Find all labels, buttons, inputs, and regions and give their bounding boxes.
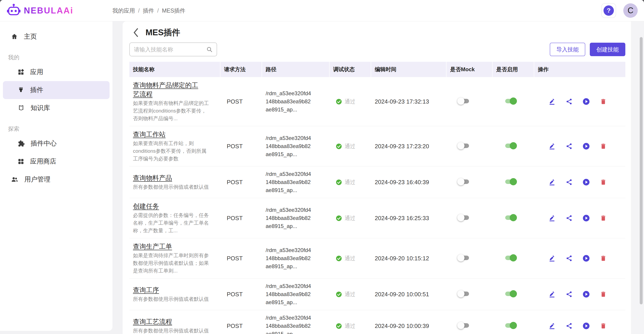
col-edit-time: 编辑时间 bbox=[371, 62, 446, 77]
table-row: 查询物料产品绑定的工艺流程 如果要查询所有物料产品绑定的工艺流程则conditi… bbox=[129, 77, 625, 126]
method-cell: POST bbox=[220, 143, 262, 150]
sidebar-item-plugin-center[interactable]: 插件中心 bbox=[0, 135, 112, 153]
delete-button[interactable] bbox=[600, 214, 607, 222]
sidebar-item-knowledge[interactable]: 知识库 bbox=[0, 99, 112, 117]
edit-button[interactable] bbox=[548, 98, 556, 105]
status-label: 通过 bbox=[344, 178, 356, 186]
table-header: 技能名称 请求方法 路径 调试状态 编辑时间 是否Mock 是否启用 操作 bbox=[129, 62, 625, 77]
delete-button[interactable] bbox=[600, 290, 607, 298]
scrollbar-track bbox=[631, 21, 644, 334]
puzzle-icon bbox=[18, 140, 25, 147]
debug-status-cell: 通过 bbox=[330, 255, 371, 262]
breadcrumb-current: MES插件 bbox=[162, 7, 185, 14]
skill-name-link[interactable]: 创建任务 bbox=[133, 202, 204, 211]
sidebar-item-plugins[interactable]: 插件 bbox=[3, 81, 110, 99]
mock-cell bbox=[446, 254, 492, 263]
user-avatar[interactable]: C bbox=[623, 3, 638, 18]
path-cell: /rdm_a53ee320fd4148bbaa83ea9b82ae8915_ap… bbox=[262, 170, 330, 194]
search-input[interactable] bbox=[134, 46, 206, 53]
skill-name-link[interactable]: 查询物料产品 bbox=[133, 173, 204, 182]
debug-status-cell: 通过 bbox=[330, 98, 371, 105]
share-button[interactable] bbox=[565, 290, 573, 298]
share-button[interactable] bbox=[565, 178, 573, 186]
check-circle-icon bbox=[336, 255, 342, 261]
skill-name-link[interactable]: 查询生产工单 bbox=[133, 242, 204, 251]
skill-name-link[interactable]: 查询工序 bbox=[133, 286, 204, 295]
edit-button[interactable] bbox=[548, 290, 556, 298]
col-debug-status: 调试状态 bbox=[330, 62, 371, 77]
edit-button[interactable] bbox=[548, 178, 556, 186]
trash-icon bbox=[600, 143, 607, 150]
enabled-toggle[interactable] bbox=[504, 322, 517, 330]
skill-name-link[interactable]: 查询工艺流程 bbox=[133, 317, 204, 326]
status-label: 通过 bbox=[344, 143, 356, 150]
search-icon[interactable] bbox=[206, 46, 212, 53]
scrollbar-thumb[interactable] bbox=[640, 37, 643, 304]
breadcrumb-separator: / bbox=[138, 7, 140, 14]
enabled-cell bbox=[492, 142, 534, 151]
mock-toggle[interactable] bbox=[457, 97, 470, 105]
enabled-toggle[interactable] bbox=[504, 97, 517, 105]
mock-toggle[interactable] bbox=[457, 142, 470, 150]
run-button[interactable] bbox=[582, 214, 590, 222]
enabled-toggle[interactable] bbox=[504, 142, 517, 150]
enabled-toggle[interactable] bbox=[504, 214, 517, 222]
method-cell: POST bbox=[220, 291, 262, 298]
breadcrumb-my-apps[interactable]: 我的应用 bbox=[112, 7, 135, 14]
play-circle-icon bbox=[582, 98, 590, 105]
sidebar-item-app-store[interactable]: 应用商店 bbox=[0, 153, 112, 170]
delete-button[interactable] bbox=[600, 254, 607, 262]
share-button[interactable] bbox=[565, 214, 573, 222]
table-row: 查询生产工单 如果是查询待排产工单时则所有参数都使用示例值或者默认值；如果是查询… bbox=[129, 238, 625, 279]
sidebar: 主页 我的 应用 插件 知识库 探索 插件中心 应用商店 用户管理 bbox=[0, 21, 112, 331]
table-body: 查询物料产品绑定的工艺流程 如果要查询所有物料产品绑定的工艺流程则conditi… bbox=[129, 77, 625, 334]
sidebar-item-label: 用户管理 bbox=[24, 175, 50, 184]
skill-description: 所有参数都使用示例值或者默认值 bbox=[133, 327, 211, 334]
chevron-left-icon bbox=[133, 28, 139, 37]
share-button[interactable] bbox=[565, 98, 573, 105]
sidebar-item-home[interactable]: 主页 bbox=[0, 28, 112, 46]
edit-button[interactable] bbox=[548, 254, 556, 262]
run-button[interactable] bbox=[582, 322, 590, 330]
run-button[interactable] bbox=[582, 254, 590, 262]
skill-name-link[interactable]: 查询工作站 bbox=[133, 130, 204, 139]
edit-button[interactable] bbox=[548, 142, 556, 150]
sidebar-item-user-management[interactable]: 用户管理 bbox=[0, 170, 112, 188]
share-button[interactable] bbox=[565, 142, 573, 150]
enabled-toggle[interactable] bbox=[504, 254, 517, 262]
mock-toggle[interactable] bbox=[457, 290, 470, 298]
brand-logo[interactable]: NEBULAAi bbox=[0, 3, 73, 18]
method-cell: POST bbox=[220, 98, 262, 105]
mock-toggle[interactable] bbox=[457, 214, 470, 222]
trash-icon bbox=[600, 215, 607, 221]
edit-button[interactable] bbox=[548, 214, 556, 222]
back-button[interactable] bbox=[132, 28, 140, 37]
delete-button[interactable] bbox=[600, 322, 607, 330]
mock-toggle[interactable] bbox=[457, 322, 470, 330]
enabled-toggle[interactable] bbox=[504, 178, 517, 186]
skill-name-link[interactable]: 查询物料产品绑定的工艺流程 bbox=[133, 81, 204, 99]
run-button[interactable] bbox=[582, 290, 590, 298]
method-cell: POST bbox=[220, 179, 262, 186]
share-button[interactable] bbox=[565, 254, 573, 262]
delete-button[interactable] bbox=[600, 98, 607, 105]
delete-button[interactable] bbox=[600, 142, 607, 150]
help-button[interactable]: ? bbox=[601, 3, 616, 18]
create-skill-button[interactable]: 创建技能 bbox=[590, 43, 625, 56]
edit-button[interactable] bbox=[548, 322, 556, 330]
run-button[interactable] bbox=[582, 142, 590, 150]
import-skill-button[interactable]: 导入技能 bbox=[550, 43, 585, 56]
enabled-toggle[interactable] bbox=[504, 290, 517, 298]
delete-button[interactable] bbox=[600, 178, 607, 186]
share-icon bbox=[566, 179, 572, 185]
breadcrumb-plugins[interactable]: 插件 bbox=[143, 7, 154, 14]
sidebar-item-apps[interactable]: 应用 bbox=[0, 63, 112, 81]
mock-toggle[interactable] bbox=[457, 254, 470, 262]
run-button[interactable] bbox=[582, 98, 590, 105]
share-button[interactable] bbox=[565, 322, 573, 330]
edit-time-cell: 2024-09-23 17:23:20 bbox=[371, 143, 446, 150]
skill-description: 如果要查询所有物料产品绑定的工艺流程则conditions参数不要传，否则物料产… bbox=[133, 100, 211, 122]
run-button[interactable] bbox=[582, 178, 590, 186]
mock-toggle[interactable] bbox=[457, 178, 470, 186]
robot-logo-icon bbox=[7, 3, 21, 18]
